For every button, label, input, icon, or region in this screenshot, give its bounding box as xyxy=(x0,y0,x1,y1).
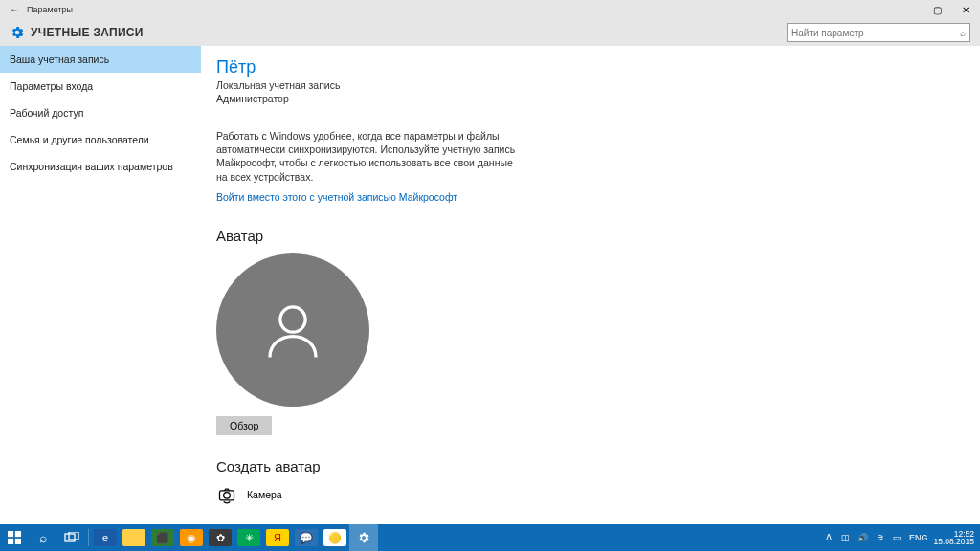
camera-label: Камера xyxy=(247,489,282,500)
content-panel: Пётр Локальная учетная запись Администра… xyxy=(201,46,980,524)
search-box[interactable]: ⌕ xyxy=(787,23,970,42)
account-role: Администратор xyxy=(216,93,980,104)
search-icon: ⌕ xyxy=(39,530,47,545)
svg-point-2 xyxy=(224,492,231,498)
tray-volume-icon[interactable]: 🔊 xyxy=(858,532,869,543)
tray-action-center-icon[interactable]: ▭ xyxy=(892,532,903,543)
account-name: Пётр xyxy=(216,57,980,77)
taskbar-app-yandex[interactable]: Я xyxy=(263,524,292,551)
sidebar-item-sign-in-options[interactable]: Параметры входа xyxy=(0,73,201,99)
task-view-button[interactable] xyxy=(57,524,86,551)
create-avatar-heading: Создать аватар xyxy=(216,458,980,474)
close-button[interactable]: ✕ xyxy=(951,0,980,19)
svg-rect-5 xyxy=(8,539,13,544)
browse-button[interactable]: Обзор xyxy=(216,416,272,435)
search-icon: ⌕ xyxy=(960,28,966,38)
svg-rect-7 xyxy=(65,534,75,541)
tray-show-hidden-icon[interactable]: ᐱ xyxy=(823,532,835,543)
taskbar-app-edge[interactable]: e xyxy=(91,524,120,551)
taskbar-app-explorer[interactable] xyxy=(120,524,148,551)
avatar-placeholder xyxy=(216,253,369,407)
taskbar-app-3[interactable]: ✳ xyxy=(234,524,263,551)
gear-icon xyxy=(10,25,25,40)
sidebar: Ваша учетная запись Параметры входа Рабо… xyxy=(0,46,201,524)
gear-icon xyxy=(357,531,370,544)
titlebar: ← Параметры — ▢ ✕ xyxy=(0,0,980,19)
sidebar-item-sync-settings[interactable]: Синхронизация ваших параметров xyxy=(0,153,201,180)
taskbar-app-1[interactable]: ◉ xyxy=(177,524,206,551)
taskbar: ⌕ e ⬛ ◉ ✿ ✳ Я 💬 🟡 ᐱ ◫ 🔊 ⚞ ▭ ENG 12:52 15… xyxy=(0,524,980,551)
svg-rect-3 xyxy=(8,531,13,537)
tray-clock[interactable]: 12:52 15.08.2015 xyxy=(933,530,974,546)
person-icon xyxy=(259,297,326,364)
search-taskbar-button[interactable]: ⌕ xyxy=(29,524,57,551)
minimize-button[interactable]: — xyxy=(894,0,923,19)
svg-point-0 xyxy=(280,307,305,332)
window-title: Параметры xyxy=(27,5,73,14)
tray-network-icon[interactable]: ◫ xyxy=(840,532,852,543)
taskbar-app-chrome[interactable]: 🟡 xyxy=(321,524,349,551)
svg-rect-4 xyxy=(15,531,21,537)
sidebar-item-family-others[interactable]: Семья и другие пользователи xyxy=(0,126,201,153)
avatar-heading: Аватар xyxy=(216,228,980,244)
header-bar: УЧЕТНЫЕ ЗАПИСИ ⌕ xyxy=(0,19,980,46)
taskbar-separator xyxy=(88,529,89,546)
maximize-button[interactable]: ▢ xyxy=(923,0,951,19)
camera-option[interactable]: Камера xyxy=(216,484,980,505)
tray-language[interactable]: ENG xyxy=(909,533,928,542)
sidebar-item-your-account[interactable]: Ваша учетная запись xyxy=(0,46,201,73)
taskbar-app-store[interactable]: ⬛ xyxy=(148,524,177,551)
system-tray: ᐱ ◫ 🔊 ⚞ ▭ ENG 12:52 15.08.2015 xyxy=(823,530,980,546)
tray-wifi-icon[interactable]: ⚞ xyxy=(875,532,886,543)
tray-date: 15.08.2015 xyxy=(933,538,974,546)
search-input[interactable] xyxy=(791,28,960,38)
account-type: Локальная учетная запись xyxy=(216,79,980,91)
taskbar-app-2[interactable]: ✿ xyxy=(206,524,234,551)
back-button[interactable]: ← xyxy=(8,5,21,14)
taskbar-app-bubble[interactable]: 💬 xyxy=(292,524,321,551)
svg-rect-8 xyxy=(69,532,78,540)
start-button[interactable] xyxy=(0,524,29,551)
page-title: УЧЕТНЫЕ ЗАПИСИ xyxy=(31,26,144,39)
camera-icon xyxy=(216,484,237,505)
sign-in-microsoft-link[interactable]: Войти вместо этого с учетной записью Май… xyxy=(216,191,457,203)
sidebar-item-work-access[interactable]: Рабочий доступ xyxy=(0,99,201,126)
account-description: Работать с Windows удобнее, когда все па… xyxy=(216,129,523,184)
taskbar-app-settings[interactable] xyxy=(349,524,378,551)
svg-rect-6 xyxy=(15,539,21,544)
